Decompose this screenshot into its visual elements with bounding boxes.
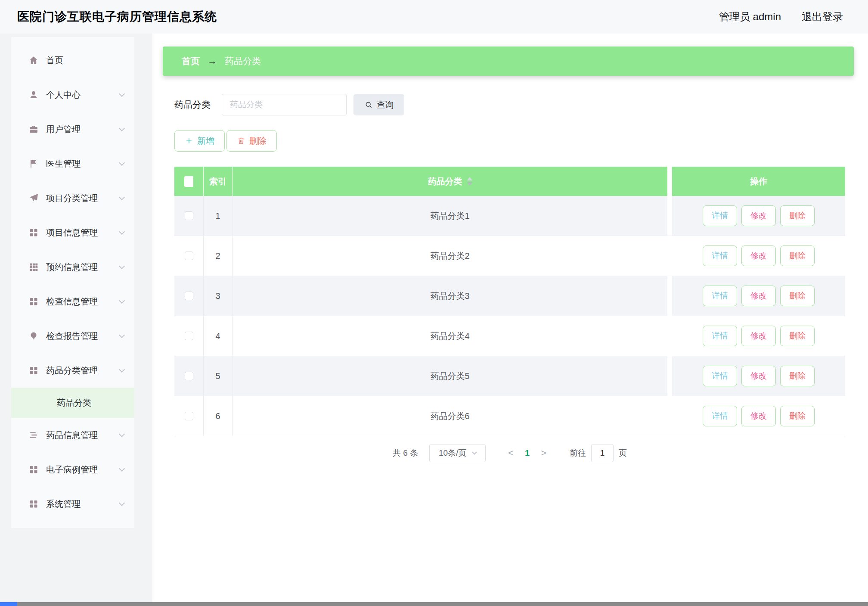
column-gap bbox=[667, 167, 672, 196]
detail-button[interactable]: 详情 bbox=[703, 326, 737, 346]
page-size-select[interactable]: 10条/页 bbox=[429, 444, 486, 462]
sort-asc-icon[interactable] bbox=[467, 177, 472, 180]
sidebar-item-drug-category-management[interactable]: 药品分类管理 bbox=[11, 353, 134, 388]
page-size-value: 10条/页 bbox=[439, 448, 466, 459]
edit-button[interactable]: 修改 bbox=[741, 246, 776, 266]
edit-button[interactable]: 修改 bbox=[741, 366, 776, 386]
chevron-down-icon bbox=[119, 431, 125, 437]
page-unit-label: 页 bbox=[619, 448, 627, 459]
row-index: 2 bbox=[204, 236, 232, 276]
sidebar-item-home[interactable]: 首页 bbox=[11, 43, 134, 78]
column-gap bbox=[667, 276, 672, 316]
chevron-down-icon bbox=[119, 332, 125, 338]
row-category: 药品分类5 bbox=[232, 356, 667, 396]
sort-desc-icon[interactable] bbox=[467, 182, 472, 186]
row-delete-button[interactable]: 删除 bbox=[780, 326, 815, 346]
sidebar-item-appointment-info-management[interactable]: 预约信息管理 bbox=[11, 250, 134, 284]
scrollbar-thumb[interactable] bbox=[0, 602, 17, 606]
grid-icon bbox=[28, 296, 39, 307]
edit-button[interactable]: 修改 bbox=[741, 406, 776, 426]
sidebar-item-label: 检查信息管理 bbox=[46, 296, 98, 308]
sidebar-item-project-info-management[interactable]: 项目信息管理 bbox=[11, 215, 134, 250]
row-delete-button[interactable]: 删除 bbox=[780, 246, 815, 266]
sidebar-item-doctor-management[interactable]: 医生管理 bbox=[11, 146, 134, 181]
sidebar-item-label: 项目分类管理 bbox=[46, 193, 98, 204]
sidebar: 首页 个人中心 用户管理 医生管理 项目分类管理 bbox=[0, 34, 152, 602]
sidebar-item-label: 医生管理 bbox=[46, 158, 81, 170]
row-delete-button[interactable]: 删除 bbox=[780, 406, 815, 426]
sidebar-item-label: 药品分类管理 bbox=[46, 365, 98, 376]
breadcrumb-current: 药品分类 bbox=[225, 55, 261, 67]
chevron-down-icon bbox=[119, 500, 125, 506]
breadcrumb-home-link[interactable]: 首页 bbox=[182, 55, 200, 67]
table-header-category-label: 药品分类 bbox=[428, 176, 462, 187]
sidebar-item-label: 个人中心 bbox=[46, 89, 81, 101]
sidebar-item-personal-center[interactable]: 个人中心 bbox=[11, 78, 134, 112]
table-row: 4 药品分类4 详情 修改 删除 bbox=[174, 316, 845, 356]
row-checkbox[interactable] bbox=[185, 252, 193, 260]
row-delete-button[interactable]: 删除 bbox=[780, 205, 815, 226]
edit-button[interactable]: 修改 bbox=[741, 205, 776, 226]
next-page-button[interactable]: > bbox=[541, 448, 546, 459]
logout-link[interactable]: 退出登录 bbox=[802, 10, 843, 24]
query-button[interactable]: 查询 bbox=[353, 94, 404, 115]
pagination: 共 6 条 10条/页 < 1 > 前往 页 bbox=[174, 444, 845, 462]
row-checkbox[interactable] bbox=[185, 292, 193, 300]
query-button-label: 查询 bbox=[377, 99, 394, 111]
detail-button[interactable]: 详情 bbox=[703, 286, 737, 306]
add-button[interactable]: 新增 bbox=[174, 130, 225, 152]
current-page[interactable]: 1 bbox=[525, 448, 530, 458]
sidebar-item-user-management[interactable]: 用户管理 bbox=[11, 112, 134, 146]
sidebar-item-label: 药品信息管理 bbox=[46, 429, 98, 441]
table-header-category: 药品分类 bbox=[232, 167, 667, 196]
grid-icon bbox=[28, 499, 39, 509]
sidebar-item-emr-management[interactable]: 电子病例管理 bbox=[11, 452, 134, 487]
detail-button[interactable]: 详情 bbox=[703, 366, 737, 386]
plus-icon bbox=[185, 137, 193, 145]
user-icon bbox=[28, 90, 39, 100]
sidebar-item-project-category-management[interactable]: 项目分类管理 bbox=[11, 181, 134, 215]
row-checkbox[interactable] bbox=[185, 332, 193, 340]
table-row: 6 药品分类6 详情 修改 删除 bbox=[174, 396, 845, 436]
sidebar-item-system-management[interactable]: 系统管理 bbox=[11, 487, 134, 521]
edit-button[interactable]: 修改 bbox=[741, 326, 776, 346]
sidebar-item-exam-info-management[interactable]: 检查信息管理 bbox=[11, 284, 134, 319]
sidebar-subitem-drug-category-active[interactable]: 药品分类 bbox=[11, 388, 134, 418]
flag-icon bbox=[28, 158, 39, 169]
row-delete-button[interactable]: 删除 bbox=[780, 366, 815, 386]
sidebar-item-drug-info-management[interactable]: 药品信息管理 bbox=[11, 418, 134, 452]
grid-icon bbox=[28, 464, 39, 475]
table-header-index: 索引 bbox=[204, 167, 232, 196]
sidebar-item-label: 首页 bbox=[46, 55, 63, 66]
chevron-down-icon bbox=[119, 159, 125, 165]
row-index: 3 bbox=[204, 276, 232, 316]
chevron-down-icon bbox=[119, 125, 125, 131]
search-input[interactable] bbox=[222, 94, 347, 115]
prev-page-button[interactable]: < bbox=[508, 448, 514, 459]
row-checkbox[interactable] bbox=[185, 412, 193, 420]
edit-button[interactable]: 修改 bbox=[741, 286, 776, 306]
sidebar-item-label: 检查报告管理 bbox=[46, 330, 98, 342]
sidebar-item-label: 用户管理 bbox=[46, 124, 81, 135]
chevron-down-icon bbox=[472, 450, 477, 454]
detail-button[interactable]: 详情 bbox=[703, 205, 737, 226]
table-header-row: 索引 药品分类 操作 bbox=[174, 167, 845, 196]
grid9-icon bbox=[28, 262, 39, 272]
goto-page-input[interactable] bbox=[591, 444, 614, 462]
row-checkbox[interactable] bbox=[185, 211, 193, 220]
detail-button[interactable]: 详情 bbox=[703, 246, 737, 266]
row-index: 1 bbox=[204, 196, 232, 236]
lightbulb-icon bbox=[28, 331, 39, 341]
search-row: 药品分类 查询 bbox=[174, 94, 868, 115]
sort-carets-icon[interactable] bbox=[467, 177, 472, 186]
detail-button[interactable]: 详情 bbox=[703, 406, 737, 426]
row-checkbox[interactable] bbox=[185, 372, 193, 380]
table-row: 5 药品分类5 详情 修改 删除 bbox=[174, 356, 845, 396]
current-user[interactable]: 管理员 admin bbox=[719, 10, 781, 24]
row-delete-button[interactable]: 删除 bbox=[780, 286, 815, 306]
layout: 首页 个人中心 用户管理 医生管理 项目分类管理 bbox=[0, 34, 868, 602]
delete-button[interactable]: 删除 bbox=[226, 130, 277, 152]
select-all-checkbox[interactable] bbox=[184, 176, 193, 187]
horizontal-scrollbar[interactable] bbox=[0, 602, 868, 606]
sidebar-item-exam-report-management[interactable]: 检查报告管理 bbox=[11, 319, 134, 353]
